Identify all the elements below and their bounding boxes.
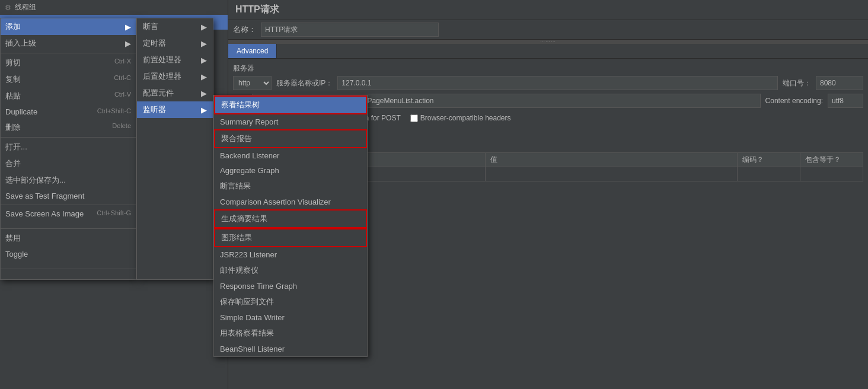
submenu-item-listener[interactable]: 监听器 ▶ xyxy=(137,101,213,118)
tree-root-label: 线程组 xyxy=(15,2,36,12)
shortcut: Ctrl-X xyxy=(114,58,131,68)
menu-item-help[interactable] xyxy=(1,270,136,276)
menu-sep3 xyxy=(1,205,136,205)
arrow-icon: ▶ xyxy=(201,56,207,65)
menu-item-open[interactable]: 打开... xyxy=(1,139,136,155)
listener-generate-summary[interactable]: 生成摘要结果 xyxy=(214,209,367,228)
encoding-input[interactable] xyxy=(828,94,863,108)
server-ip-input[interactable] xyxy=(337,76,778,90)
port-label: 端口号： xyxy=(783,78,811,88)
submenu-item-assertion[interactable]: 断言 ▶ xyxy=(137,18,213,35)
listener-assertion-results[interactable]: 断言结果 xyxy=(214,178,367,194)
menu-item-add[interactable]: 添加 ▶ xyxy=(1,18,136,35)
arrow-icon: ▶ xyxy=(125,23,131,31)
menu-item-save-screen-image[interactable] xyxy=(1,221,136,227)
add-submenu: 断言 ▶ 定时器 ▶ 前置处理器 ▶ 后置处理器 ▶ xyxy=(136,18,213,280)
submenu-item-timer[interactable]: 定时器 ▶ xyxy=(137,35,213,52)
shortcut: Ctrl+Shift-C xyxy=(97,107,131,116)
menu-item-disable[interactable]: Toggle xyxy=(1,247,136,262)
arrow-icon: ▶ xyxy=(201,89,207,98)
arrow-icon: ▶ xyxy=(201,72,207,81)
listener-submenu: 察看结果树 Summary Report 聚合报告 Backend Listen… xyxy=(213,95,368,357)
menu-sep1 xyxy=(1,53,136,53)
menu-item-merge[interactable]: 合并 xyxy=(1,155,136,172)
menu-item-paste[interactable]: 粘贴 Ctrl-V xyxy=(1,88,136,104)
listener-jsr223[interactable]: JSR223 Listener xyxy=(214,247,367,262)
submenu-item-preprocessor[interactable]: 前置处理器 ▶ xyxy=(137,52,213,68)
listener-aggregate-report[interactable]: 聚合报告 xyxy=(214,129,367,148)
col-encode: 编码？ xyxy=(737,153,800,167)
tree-root: ⚙ 线程组 xyxy=(0,0,228,15)
menu-item-enable[interactable]: 禁用 xyxy=(1,230,136,247)
page-title: HTTP请求 xyxy=(235,4,279,14)
menu-item-copy[interactable]: 复制 Ctrl-C xyxy=(1,71,136,88)
listener-simple-data-writer[interactable]: Simple Data Writer xyxy=(214,310,367,325)
menu-item-toggle[interactable] xyxy=(1,262,136,267)
arrow-icon: ▶ xyxy=(201,106,207,114)
shortcut: Ctrl+Shift-G xyxy=(97,209,131,218)
menu-item-save-fragment[interactable]: Save as Test Fragment xyxy=(1,189,136,203)
arrow-icon: ▶ xyxy=(201,23,207,31)
arrow-icon: ▶ xyxy=(201,39,207,48)
menu-sep4 xyxy=(1,228,136,229)
settings-icon: ⚙ xyxy=(5,4,11,12)
listener-aggregate-graph[interactable]: Aggregate Graph xyxy=(214,163,367,178)
menu-item-save-node-image[interactable]: Save Screen As Image Ctrl+Shift-G xyxy=(1,206,136,221)
menu-item-save-partial[interactable]: 选中部分保存为... xyxy=(1,172,136,189)
shortcut: Delete xyxy=(112,122,131,133)
left-panel: ⚙ 线程组 HTTP HTTP请求 添加 ▶ xyxy=(0,0,228,389)
context-menu-layer: 添加 ▶ 插入上级 ▶ 剪切 Ctrl-X xyxy=(0,18,368,280)
col-include-equals: 包含等于？ xyxy=(800,153,863,167)
submenu-item-postprocessor[interactable]: 后置处理器 ▶ xyxy=(137,68,213,85)
arrow-icon: ▶ xyxy=(125,39,131,48)
port-input[interactable] xyxy=(816,76,863,90)
menu-sep5 xyxy=(1,269,136,269)
listener-save-responses[interactable]: 保存响应到文件 xyxy=(214,294,367,310)
listener-mail[interactable]: 邮件观察仪 xyxy=(214,262,367,279)
encoding-label: Content encoding: xyxy=(765,97,823,105)
shortcut: Ctrl-V xyxy=(114,91,131,101)
browser-headers-checkbox-label[interactable]: Browser-compatible headers xyxy=(410,114,511,122)
listener-backend[interactable]: Backend Listener xyxy=(214,148,367,163)
right-panel-header: HTTP请求 xyxy=(228,0,868,20)
menu-item-cut[interactable]: 剪切 Ctrl-X xyxy=(1,55,136,71)
browser-headers-checkbox[interactable] xyxy=(410,114,418,122)
shortcut: Ctrl-C xyxy=(114,74,131,85)
listener-view-results-tree[interactable]: 察看结果树 xyxy=(214,95,367,114)
submenu-item-config[interactable]: 配置元件 ▶ xyxy=(137,85,213,101)
menu-sep2 xyxy=(1,137,136,138)
listener-view-results-table[interactable]: 用表格察看结果 xyxy=(214,325,367,342)
menu-item-delete[interactable]: 删除 Delete xyxy=(1,119,136,136)
col-value: 值 xyxy=(485,153,737,167)
context-menu: 添加 ▶ 插入上级 ▶ 剪切 Ctrl-X xyxy=(0,18,136,280)
menu-item-duplicate[interactable]: Duplicate Ctrl+Shift-C xyxy=(1,104,136,119)
listener-response-time-graph[interactable]: Response Time Graph xyxy=(214,279,367,294)
menu-item-insert-parent[interactable]: 插入上级 ▶ xyxy=(1,35,136,52)
listener-graph-results[interactable]: 图形结果 xyxy=(214,228,367,247)
listener-comparison-assertion[interactable]: Comparison Assertion Visualizer xyxy=(214,194,367,209)
listener-beanshell[interactable]: BeanShell Listener xyxy=(214,342,367,356)
listener-summary-report[interactable]: Summary Report xyxy=(214,114,367,129)
